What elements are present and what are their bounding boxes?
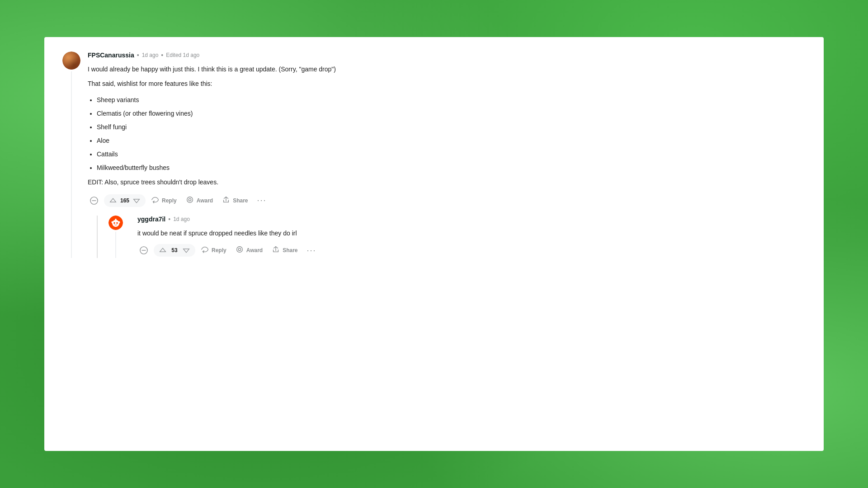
award-button[interactable]: Award: [182, 193, 217, 208]
nested-award-button[interactable]: Award: [232, 243, 266, 258]
share-svg: [222, 196, 230, 204]
vote-group: 165: [104, 194, 146, 207]
wishlist: Sheep variants Clematis (or other flower…: [97, 94, 806, 174]
list-item: Aloe: [97, 134, 806, 147]
nested-separator: •: [168, 216, 170, 223]
reply-svg: [151, 196, 159, 204]
separator-dot: •: [137, 52, 139, 59]
top-edit-note: EDIT: Also, spruce trees shouldn't drop …: [88, 178, 806, 186]
nested-reply-svg: [201, 245, 209, 253]
nested-content: it would be neat if spruce dropped needl…: [137, 228, 806, 238]
separator-dot2: •: [161, 52, 163, 59]
list-item: Sheep variants: [97, 94, 806, 106]
downvote-icon: [133, 197, 140, 204]
nested-collapse-button[interactable]: [137, 244, 150, 257]
reply-icon: [151, 196, 159, 206]
nested-reply-button[interactable]: Reply: [197, 243, 230, 258]
comment-card: FPSCanarussia • 1d ago • Edited 1d ago I…: [44, 37, 824, 451]
upvote-button[interactable]: [108, 196, 118, 205]
svg-point-2: [187, 197, 193, 202]
svg-point-6: [118, 221, 120, 223]
svg-point-13: [236, 247, 242, 253]
nested-avatar-column: [107, 216, 125, 258]
top-content-line1: I would already be happy with just this.…: [88, 64, 806, 74]
top-username: FPSCanarussia: [88, 52, 134, 59]
top-comment-body: FPSCanarussia • 1d ago • Edited 1d ago I…: [88, 52, 806, 258]
nested-share-button[interactable]: Share: [268, 243, 301, 258]
collapse-icon: [90, 197, 98, 205]
nested-section: yggdra7il • 1d ago it would be neat if s…: [97, 216, 806, 258]
nested-share-label: Share: [283, 247, 297, 253]
nested-avatar: [108, 216, 123, 230]
downvote-button[interactable]: [132, 196, 141, 205]
more-options-button[interactable]: ···: [254, 194, 270, 207]
nested-share-icon: [272, 245, 280, 255]
nested-award-icon: [236, 245, 244, 255]
nested-vote-group: 53: [154, 244, 195, 257]
list-item: Shelf fungi: [97, 121, 806, 133]
nested-downvote-button[interactable]: [182, 246, 191, 255]
nested-comment: yggdra7il • 1d ago it would be neat if s…: [107, 216, 806, 258]
svg-point-9: [115, 219, 117, 221]
avatar: [62, 52, 80, 70]
svg-point-14: [238, 248, 241, 250]
award-label: Award: [197, 197, 213, 204]
share-label: Share: [233, 197, 248, 204]
svg-point-8: [116, 222, 118, 224]
upvote-icon: [109, 197, 117, 204]
award-svg: [186, 196, 194, 204]
collapse-button[interactable]: [88, 194, 100, 207]
nested-action-bar: 53: [137, 243, 806, 258]
nested-downvote-icon: [183, 247, 190, 254]
nested-username: yggdra7il: [137, 216, 165, 223]
top-comment-wrapper: FPSCanarussia • 1d ago • Edited 1d ago I…: [62, 52, 806, 258]
nested-reply-label: Reply: [212, 247, 226, 253]
top-action-bar: 165: [88, 193, 806, 208]
nested-more-options-button[interactable]: ···: [303, 244, 320, 257]
svg-point-3: [189, 198, 191, 201]
nested-comment-header: yggdra7il • 1d ago: [137, 216, 806, 223]
share-icon: [222, 196, 230, 206]
svg-point-5: [111, 221, 113, 223]
list-item: Cattails: [97, 148, 806, 160]
nested-avatar-image: [108, 216, 123, 230]
thread-line: [71, 71, 72, 258]
top-timestamp: 1d ago: [142, 52, 159, 58]
nested-timestamp: 1d ago: [173, 216, 190, 222]
award-icon: [186, 196, 194, 206]
nested-award-label: Award: [246, 247, 263, 253]
reply-label: Reply: [162, 197, 177, 204]
nested-upvote-icon: [159, 247, 166, 254]
nested-upvote-button[interactable]: [158, 246, 167, 255]
nested-body: yggdra7il • 1d ago it would be neat if s…: [137, 216, 806, 258]
nested-collapse-icon: [140, 246, 148, 254]
reply-button[interactable]: Reply: [147, 193, 180, 208]
nested-share-svg: [272, 245, 280, 253]
nested-award-svg: [236, 245, 244, 253]
nested-vote-count: 53: [170, 247, 179, 253]
list-item: Clematis (or other flowering vines): [97, 107, 806, 120]
avatar-image: [62, 52, 80, 70]
svg-point-7: [113, 222, 115, 224]
list-item: Milkweed/butterfly bushes: [97, 161, 806, 174]
top-edited: Edited 1d ago: [166, 52, 199, 58]
reddit-alien-icon: [110, 217, 121, 228]
share-button[interactable]: Share: [218, 193, 251, 208]
avatar-column: [62, 52, 80, 258]
comment-header: FPSCanarussia • 1d ago • Edited 1d ago: [88, 52, 806, 59]
nested-reply-icon: [201, 245, 209, 255]
nested-thread-line: [115, 232, 116, 258]
top-vote-count: 165: [120, 197, 129, 204]
top-content-line2: That said, wishlist for more features li…: [88, 79, 806, 89]
comment-section: FPSCanarussia • 1d ago • Edited 1d ago I…: [44, 37, 824, 451]
